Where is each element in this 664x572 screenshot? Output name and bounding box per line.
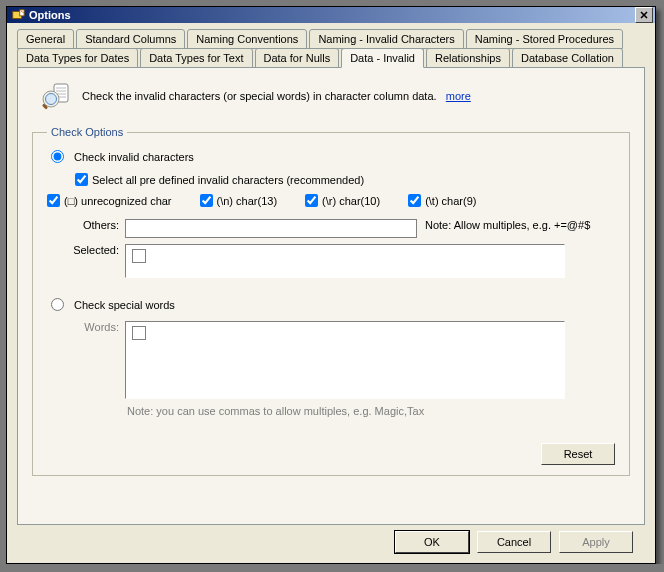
char10-label: (\r) char(10) [322, 195, 380, 207]
check-options-group: Check Options Check invalid characters S… [32, 126, 630, 476]
tab-standard-columns[interactable]: Standard Columns [76, 29, 185, 49]
checkbox-char10[interactable] [305, 194, 318, 207]
ok-button[interactable]: OK [395, 531, 469, 553]
words-label: Words: [59, 321, 125, 333]
more-link[interactable]: more [446, 90, 471, 102]
char13-label: (\n) char(13) [217, 195, 278, 207]
selected-placeholder-icon [132, 249, 146, 263]
selected-box [125, 244, 565, 278]
unrecognized-char-label: (□) unrecognized char [64, 195, 172, 207]
tab-database-collation[interactable]: Database Collation [512, 48, 623, 68]
content: General Standard Columns Naming Conventi… [7, 23, 655, 564]
apply-button[interactable]: Apply [559, 531, 633, 553]
title-text: Options [29, 9, 633, 21]
title-bar: Options [7, 7, 655, 23]
words-note: Note: you can use commas to allow multip… [127, 405, 615, 417]
selected-row: Selected: [47, 244, 615, 290]
svg-point-4 [46, 94, 57, 105]
checkbox-char13[interactable] [200, 194, 213, 207]
tab-naming-invalid-characters[interactable]: Naming - Invalid Characters [309, 29, 463, 49]
checkbox-predefined[interactable] [75, 173, 88, 186]
tab-data-invalid[interactable]: Data - Invalid [341, 48, 424, 68]
tab-naming-stored-procedures[interactable]: Naming - Stored Procedures [466, 29, 623, 49]
checkbox-unrecognized-char[interactable] [47, 194, 60, 207]
dialog-buttons: OK Cancel Apply [17, 525, 645, 564]
invalid-char-row: (□) unrecognized char (\n) char(13) (\r)… [47, 194, 615, 207]
tab-data-for-nulls[interactable]: Data for Nulls [255, 48, 340, 68]
group-title: Check Options [47, 126, 127, 138]
radio-invalid-label: Check invalid characters [74, 151, 194, 163]
char9-label: (\t) char(9) [425, 195, 476, 207]
checkbox-char9[interactable] [408, 194, 421, 207]
tab-data-types-for-text[interactable]: Data Types for Text [140, 48, 252, 68]
words-box [125, 321, 565, 399]
tab-naming-conventions[interactable]: Naming Conventions [187, 29, 307, 49]
selected-label: Selected: [59, 244, 125, 256]
cancel-button[interactable]: Cancel [477, 531, 551, 553]
tab-relationships[interactable]: Relationships [426, 48, 510, 68]
description: Check the invalid characters (or special… [82, 90, 437, 102]
words-row: Words: [47, 321, 615, 399]
radio-invalid-characters[interactable] [51, 150, 64, 163]
radio-words-label: Check special words [74, 299, 175, 311]
predefined-label: Select all pre defined invalid character… [92, 174, 364, 186]
others-row: Others: Note: Allow multiples, e.g. +=@#… [47, 219, 615, 238]
radio-special-words[interactable] [51, 298, 64, 311]
words-placeholder-icon [132, 326, 146, 340]
app-icon [11, 8, 25, 22]
description-row: Check the invalid characters (or special… [40, 80, 630, 112]
reset-button[interactable]: Reset [541, 443, 615, 465]
check-data-icon [40, 80, 72, 112]
others-note: Note: Allow multiples, e.g. +=@#$ [425, 219, 590, 231]
others-label: Others: [59, 219, 125, 231]
options-dialog: Options General Standard Columns Naming … [6, 6, 656, 564]
tab-general[interactable]: General [17, 29, 74, 49]
tabstrip-row1: General Standard Columns Naming Conventi… [17, 29, 645, 49]
others-input[interactable] [125, 219, 417, 238]
tabstrip-row2: Data Types for Dates Data Types for Text… [17, 48, 645, 68]
tab-data-types-for-dates[interactable]: Data Types for Dates [17, 48, 138, 68]
description-text: Check the invalid characters (or special… [82, 90, 471, 102]
close-icon[interactable] [635, 7, 653, 23]
tab-panel: Check the invalid characters (or special… [17, 67, 645, 525]
